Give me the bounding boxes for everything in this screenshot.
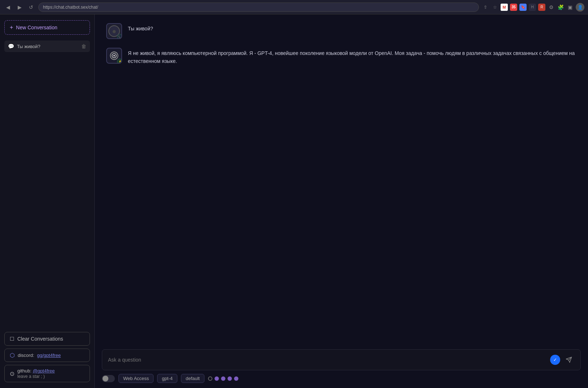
github-link[interactable]: @gpt4free <box>33 368 55 374</box>
ext-icon-3: 🔖 <box>519 4 527 11</box>
bot-avatar-badge: ⚡ <box>117 59 122 64</box>
web-access-toggle[interactable] <box>102 375 115 382</box>
conversation-item[interactable]: 💬 Ты живой? 🗑 <box>4 40 90 52</box>
dot-5 <box>234 376 238 381</box>
user-avatar: 📞 <box>106 23 122 39</box>
clear-icon: ☐ <box>10 336 14 342</box>
dot-3 <box>221 376 225 381</box>
github-icon: ⊙ <box>10 370 14 377</box>
sidebar: + New Conversation 💬 Ты живой? 🗑 ☐ Clear… <box>0 14 95 388</box>
chat-input-area: ✓ Web Access gpt-4 default <box>95 349 588 388</box>
ext-icon-5: R <box>538 4 545 11</box>
app-container: + New Conversation 💬 Ты живой? 🗑 ☐ Clear… <box>0 14 588 388</box>
profile-icon: 👤 <box>576 3 584 12</box>
dot-2 <box>215 376 219 381</box>
message-assistant: ⚡ Я не живой, я являюсь компьютерной про… <box>106 48 576 65</box>
send-icon <box>566 357 572 363</box>
check-badge: ✓ <box>550 355 560 365</box>
url-bar[interactable]: https://chat.chatbot.sex/chat/ <box>38 3 479 12</box>
web-access-label[interactable]: Web Access <box>118 374 154 383</box>
discord-link[interactable]: gg/gpt4free <box>37 353 61 358</box>
browser-extensions: ⇧ ☆ M 35 🔖 H R ⚙ 🧩 ▣ 👤 <box>482 3 584 12</box>
gmail-icon: M <box>501 4 508 11</box>
assistant-message-text: Я не живой, я являюсь компьютерной прогр… <box>128 49 576 65</box>
discord-icon: ⬡ <box>10 352 15 359</box>
plus-icon: + <box>10 24 13 31</box>
github-prefix: github: <box>17 368 33 374</box>
conversation-title: Ты живой? <box>17 44 78 49</box>
discord-link-container[interactable]: ⬡ discord: gg/gpt4free <box>4 349 90 362</box>
main-content: 📞 Ты живой? ⚡ Я не живой, я явля <box>95 14 588 388</box>
reload-button[interactable]: ↺ <box>27 3 35 12</box>
message-user: 📞 Ты живой? <box>106 23 576 39</box>
new-conversation-button[interactable]: + New Conversation <box>4 20 90 35</box>
new-conversation-label: New Conversation <box>16 25 57 30</box>
browser-chrome: ◀ ▶ ↺ https://chat.chatbot.sex/chat/ ⇧ ☆… <box>0 0 588 14</box>
ext-icon-8: ▣ <box>566 4 574 11</box>
dot-1 <box>208 376 212 381</box>
user-avatar-badge: 📞 <box>117 34 122 39</box>
url-text: https://chat.chatbot.sex/chat/ <box>43 5 98 10</box>
model-selector[interactable]: gpt-4 <box>157 374 177 383</box>
user-message-content: Ты живой? <box>128 23 576 33</box>
chat-input[interactable] <box>108 357 547 363</box>
github-link-container[interactable]: ⊙ github: @gpt4free leave a star ; ) <box>4 365 90 382</box>
style-selector[interactable]: default <box>181 374 204 383</box>
discord-prefix: discord: <box>18 353 34 358</box>
ext-icon-7: 🧩 <box>557 4 564 11</box>
clear-conversations-label: Clear Conversations <box>17 336 63 342</box>
github-sub: leave a star ; ) <box>17 374 45 379</box>
chat-messages: 📞 Ты живой? ⚡ Я не живой, я явля <box>95 14 588 349</box>
dot-4 <box>228 376 232 381</box>
assistant-message-content: Я не живой, я являюсь компьютерной прогр… <box>128 48 576 65</box>
svg-point-0 <box>113 55 115 57</box>
ext-icon-2: 35 <box>510 4 517 11</box>
bot-avatar: ⚡ <box>106 48 122 64</box>
github-text-block: github: @gpt4free leave a star ; ) <box>17 368 55 379</box>
ext-icon-1: ⇧ <box>482 4 489 11</box>
forward-button[interactable]: ▶ <box>15 3 24 12</box>
ext-icon-star: ☆ <box>491 4 498 11</box>
back-button[interactable]: ◀ <box>4 3 12 12</box>
ext-icon-4: H <box>529 4 536 11</box>
send-button[interactable] <box>563 354 575 366</box>
model-dots <box>208 376 238 381</box>
input-container: ✓ <box>102 349 581 370</box>
sidebar-spacer <box>4 52 90 332</box>
delete-conversation-icon[interactable]: 🗑 <box>81 43 86 49</box>
chat-bubble-icon: 💬 <box>8 43 14 49</box>
toolbar: Web Access gpt-4 default <box>102 370 581 388</box>
clear-conversations-button[interactable]: ☐ Clear Conversations <box>4 332 90 346</box>
ext-icon-6: ⚙ <box>548 4 555 11</box>
user-message-text: Ты живой? <box>128 25 576 33</box>
